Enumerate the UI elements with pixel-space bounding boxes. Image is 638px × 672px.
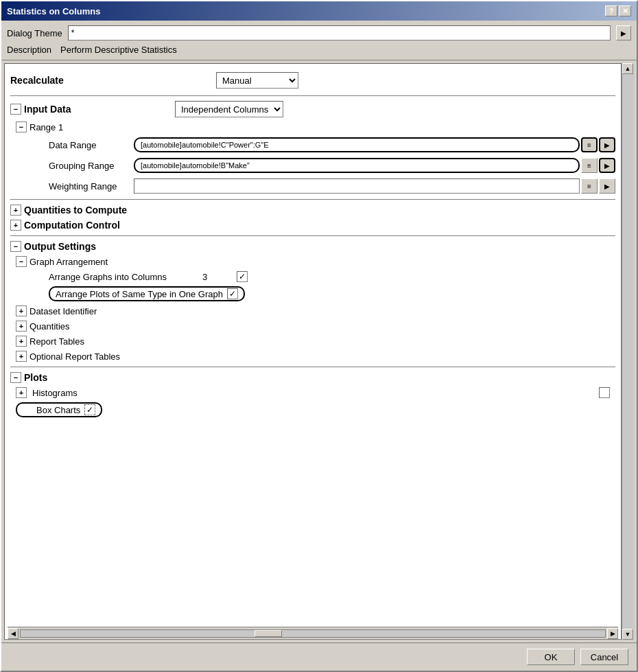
computation-row: + Computation Control xyxy=(10,218,615,233)
theme-row: Dialog Theme ▶ xyxy=(7,23,631,43)
input-data-label: Input Data xyxy=(24,104,175,115)
weighting-arrow-btn[interactable]: ▶ xyxy=(599,178,615,194)
input-data-row: − Input Data Independent Columns Indexed… xyxy=(10,99,615,119)
histograms-row: + Histograms xyxy=(10,385,615,400)
quantities2-row: + Quantities xyxy=(10,318,615,334)
weighting-range-input[interactable] xyxy=(134,178,580,194)
histograms-label: Histograms xyxy=(29,388,599,398)
arrow-right-icon: ▶ xyxy=(621,30,626,37)
ok-button[interactable]: OK xyxy=(527,649,575,665)
plots-row: − Plots xyxy=(10,370,615,385)
scroll-down-btn[interactable]: ▼ xyxy=(622,629,633,640)
quantities-label: Quantities to Compute xyxy=(24,205,127,216)
input-data-toggle[interactable]: − xyxy=(10,104,21,115)
dataset-identifier-label: Dataset Identifier xyxy=(29,306,97,316)
computation-label: Computation Control xyxy=(24,220,120,231)
output-settings-toggle[interactable]: − xyxy=(10,241,21,252)
data-range-input[interactable] xyxy=(134,137,580,152)
quantities-toggle[interactable]: + xyxy=(10,205,21,216)
report-tables-row: + Report Tables xyxy=(10,334,615,349)
plots-toggle[interactable]: − xyxy=(10,372,21,383)
arrange-graphs-row: Arrange Graphs into Columns 3 xyxy=(10,269,615,284)
help-button[interactable]: ? xyxy=(605,5,617,16)
arrange-plots-checkbox[interactable] xyxy=(227,288,238,299)
report-tables-toggle[interactable]: + xyxy=(16,336,27,347)
grouping-range-field-wrap xyxy=(134,158,580,173)
box-charts-checkbox[interactable] xyxy=(84,404,95,415)
range1-toggle[interactable]: − xyxy=(16,121,27,132)
grouping-range-input[interactable] xyxy=(134,158,580,173)
arrow-icon-2: ▶ xyxy=(604,162,610,170)
grouping-arrow-btn[interactable]: ▶ xyxy=(599,158,615,173)
arrow-icon: ▶ xyxy=(604,141,610,149)
dataset-identifier-toggle[interactable]: + xyxy=(16,305,27,316)
vertical-scrollbar[interactable]: ▲ ▼ xyxy=(622,63,634,640)
graph-arrangement-toggle[interactable]: − xyxy=(16,256,27,267)
main-content: Recalculate Manual Always Never − Input … xyxy=(5,64,621,627)
theme-arrow-button[interactable]: ▶ xyxy=(616,25,631,40)
histograms-checkbox[interactable] xyxy=(599,387,610,398)
plots-label: Plots xyxy=(24,372,47,383)
graph-arrangement-row: − Graph Arrangement xyxy=(10,254,615,269)
scroll-right-btn[interactable]: ▶ xyxy=(607,628,618,639)
box-charts-row: Box Charts xyxy=(10,400,615,419)
description-label: Description xyxy=(7,45,55,55)
dialog-window: Statistics on Columns ? ✕ Dialog Theme ▶… xyxy=(0,0,638,672)
weighting-range-buttons: ≡ ▶ xyxy=(581,178,615,194)
theme-label: Dialog Theme xyxy=(7,28,62,38)
data-range-icon-btn[interactable]: ≡ xyxy=(581,137,598,152)
recalculate-select[interactable]: Manual Always Never xyxy=(216,72,298,89)
output-settings-label: Output Settings xyxy=(24,241,96,252)
description-value: Perform Descriptive Statistics xyxy=(60,45,177,55)
input-data-type-select[interactable]: Independent Columns Indexed Columns xyxy=(175,101,283,117)
arrow-icon-3: ▶ xyxy=(604,183,610,190)
box-charts-label: Box Charts xyxy=(23,405,80,415)
data-range-arrow-btn[interactable]: ▶ xyxy=(599,137,615,152)
histograms-toggle[interactable]: + xyxy=(16,387,27,398)
separator-4 xyxy=(10,367,615,367)
scroll-left-btn[interactable]: ◀ xyxy=(8,628,19,639)
theme-input[interactable] xyxy=(68,25,611,40)
recalculate-label: Recalculate xyxy=(10,75,216,86)
range1-row: − Range 1 xyxy=(10,119,615,135)
box-charts-wrap: Box Charts xyxy=(16,402,102,417)
v-scroll-track[interactable] xyxy=(622,74,634,629)
quantities-row: + Quantities to Compute xyxy=(10,202,615,218)
optional-report-label: Optional Report Tables xyxy=(29,351,120,362)
scroll-up-btn[interactable]: ▲ xyxy=(622,63,633,74)
arrange-plots-label: Arrange Plots of Same Type in One Graph xyxy=(56,289,223,299)
horizontal-scrollbar[interactable]: ◀ ▶ xyxy=(8,627,618,639)
data-range-row: Data Range ≡ ▶ xyxy=(10,135,615,155)
weighting-range-field-wrap xyxy=(134,178,580,194)
dataset-identifier-row: + Dataset Identifier xyxy=(10,303,615,318)
title-bar: Statistics on Columns ? ✕ xyxy=(1,1,637,21)
table-icon-2: ≡ xyxy=(587,162,591,170)
grouping-icon-btn[interactable]: ≡ xyxy=(581,158,598,173)
table-icon-3: ≡ xyxy=(587,183,591,190)
weighting-range-label: Weighting Range xyxy=(10,181,134,192)
data-range-label: Data Range xyxy=(10,140,134,150)
h-scroll-thumb[interactable] xyxy=(255,630,282,637)
quantities2-label: Quantities xyxy=(29,321,70,332)
arrange-graphs-label: Arrange Graphs into Columns xyxy=(10,272,202,282)
dialog-header: Dialog Theme ▶ Description Perform Descr… xyxy=(1,21,637,60)
h-scroll-track[interactable] xyxy=(20,629,606,638)
cancel-button[interactable]: Cancel xyxy=(580,649,628,665)
output-settings-row: − Output Settings xyxy=(10,239,615,254)
arrange-graphs-value: 3 xyxy=(202,272,223,282)
recalculate-row: Recalculate Manual Always Never xyxy=(10,69,615,93)
close-button[interactable]: ✕ xyxy=(619,5,631,16)
optional-report-row: + Optional Report Tables xyxy=(10,349,615,364)
arrange-graphs-checkbox[interactable] xyxy=(237,271,248,282)
table-icon: ≡ xyxy=(587,141,591,149)
quantities2-toggle[interactable]: + xyxy=(16,321,27,332)
weighting-icon-btn[interactable]: ≡ xyxy=(581,178,598,194)
optional-report-toggle[interactable]: + xyxy=(16,351,27,362)
separator-1 xyxy=(10,95,615,96)
dialog-title: Statistics on Columns xyxy=(7,6,101,16)
arrange-plots-row: Arrange Plots of Same Type in One Graph xyxy=(10,284,615,303)
computation-toggle[interactable]: + xyxy=(10,220,21,231)
weighting-range-row: Weighting Range ≡ ▶ xyxy=(10,176,615,196)
separator-3 xyxy=(10,235,615,236)
separator-2 xyxy=(10,199,615,200)
